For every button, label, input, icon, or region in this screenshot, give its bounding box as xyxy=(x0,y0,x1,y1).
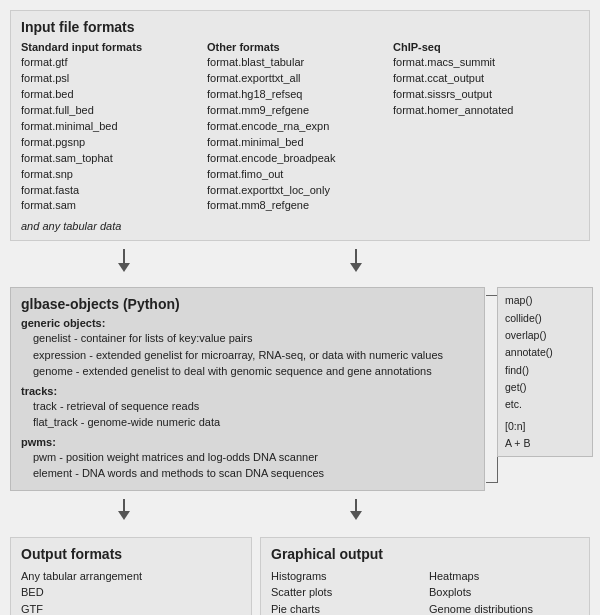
list-item: format.minimal_bed xyxy=(21,119,207,135)
list-item: Heatmaps xyxy=(429,568,579,585)
list-item: format.hg18_refseq xyxy=(207,87,393,103)
method-item: annotate() xyxy=(505,344,585,361)
output-title: Output formats xyxy=(21,546,241,562)
list-item: format.full_bed xyxy=(21,103,207,119)
arrow-right xyxy=(350,249,362,272)
bottom-row: Output formats Any tabular arrangement B… xyxy=(10,537,590,615)
list-item: Boxplots xyxy=(429,584,579,601)
input-formats-box: Input file formats Standard input format… xyxy=(10,10,590,241)
arrow-down-left xyxy=(118,499,130,520)
graphical-output-box: Graphical output Histograms Scatter plot… xyxy=(260,537,590,615)
glbase-section: glbase-objects (Python) generic objects:… xyxy=(10,287,485,491)
glbase-box: glbase-objects (Python) generic objects:… xyxy=(10,287,485,491)
list-item: genelist - container for lists of key:va… xyxy=(33,330,474,347)
list-item: track - retrieval of sequence reads xyxy=(33,398,474,415)
input-formats-title: Input file formats xyxy=(21,19,579,35)
list-item: format.exporttxt_all xyxy=(207,71,393,87)
col-chipseq: ChIP-seq format.macs_summit format.ccat_… xyxy=(393,41,579,214)
list-item: Scatter plots xyxy=(271,584,421,601)
output-formats-box: Output formats Any tabular arrangement B… xyxy=(10,537,252,615)
list-item: format.mm9_refgene xyxy=(207,103,393,119)
generic-items: genelist - container for lists of key:va… xyxy=(21,330,474,380)
list-item: format.mm8_refgene xyxy=(207,198,393,214)
list-item: format.minimal_bed xyxy=(207,135,393,151)
col-other: Other formats format.blast_tabular forma… xyxy=(207,41,393,214)
list-item: Genome distributions xyxy=(429,601,579,615)
list-item: format.sam_tophat xyxy=(21,151,207,167)
col-chipseq-header: ChIP-seq xyxy=(393,41,579,53)
method-item: etc. xyxy=(505,396,585,413)
col-standard: Standard input formats format.gtf format… xyxy=(21,41,207,214)
list-item: element - DNA words and methods to scan … xyxy=(33,465,474,482)
list-item: genome - extended genelist to deal with … xyxy=(33,363,474,380)
method-item: [0:n] xyxy=(505,418,585,435)
col-other-header: Other formats xyxy=(207,41,393,53)
list-item: BED xyxy=(21,584,241,601)
side-methods-panel: map() collide() overlap() annotate() fin… xyxy=(497,287,593,457)
list-item: format.pgsnp xyxy=(21,135,207,151)
list-item: format.blast_tabular xyxy=(207,55,393,71)
list-item: flat_track - genome-wide numeric data xyxy=(33,414,474,431)
arrow-section-1 xyxy=(10,249,590,279)
generic-label: generic objects: xyxy=(21,317,474,329)
list-item: format.exporttxt_loc_only xyxy=(207,183,393,199)
glbase-title: glbase-objects (Python) xyxy=(21,296,474,312)
method-item: A + B xyxy=(505,435,585,452)
tracks-items: track - retrieval of sequence reads flat… xyxy=(21,398,474,431)
tracks-label: tracks: xyxy=(21,385,474,397)
list-item: GTF xyxy=(21,601,241,615)
graphical-col-2: Heatmaps Boxplots Genome distributions I… xyxy=(429,568,579,615)
list-item: format.fimo_out xyxy=(207,167,393,183)
arrow-section-2 xyxy=(10,499,590,527)
list-item: format.bed xyxy=(21,87,207,103)
method-item: find() xyxy=(505,362,585,379)
list-item: Pie charts xyxy=(271,601,421,615)
list-item: format.ccat_output xyxy=(393,71,579,87)
list-item: pwm - position weight matrices and log-o… xyxy=(33,449,474,466)
arrow-down-right xyxy=(350,499,362,520)
list-item: Histograms xyxy=(271,568,421,585)
method-item: map() xyxy=(505,292,585,309)
input-columns: Standard input formats format.gtf format… xyxy=(21,41,579,214)
method-item: get() xyxy=(505,379,585,396)
page-container: Input file formats Standard input format… xyxy=(10,10,590,615)
graphical-columns: Histograms Scatter plots Pie charts Dens… xyxy=(271,568,579,615)
method-item: collide() xyxy=(505,310,585,327)
list-item: format.snp xyxy=(21,167,207,183)
list-item: format.encode_rna_expn xyxy=(207,119,393,135)
graphical-col-1: Histograms Scatter plots Pie charts Dens… xyxy=(271,568,421,615)
graphical-title: Graphical output xyxy=(271,546,579,562)
footer-text: and any tabular data xyxy=(21,220,579,232)
list-item: format.gtf xyxy=(21,55,207,71)
list-item: expression - extended genelist for micro… xyxy=(33,347,474,364)
list-item: format.sam xyxy=(21,198,207,214)
list-item: format.encode_broadpeak xyxy=(207,151,393,167)
method-item: overlap() xyxy=(505,327,585,344)
arrow-left xyxy=(118,249,130,272)
list-item: format.macs_summit xyxy=(393,55,579,71)
pwms-items: pwm - position weight matrices and log-o… xyxy=(21,449,474,482)
list-item: format.homer_annotated xyxy=(393,103,579,119)
list-item: format.psl xyxy=(21,71,207,87)
pwms-label: pwms: xyxy=(21,436,474,448)
list-item: Any tabular arrangement xyxy=(21,568,241,585)
list-item: format.fasta xyxy=(21,183,207,199)
col-standard-header: Standard input formats xyxy=(21,41,207,53)
list-item: format.sissrs_output xyxy=(393,87,579,103)
